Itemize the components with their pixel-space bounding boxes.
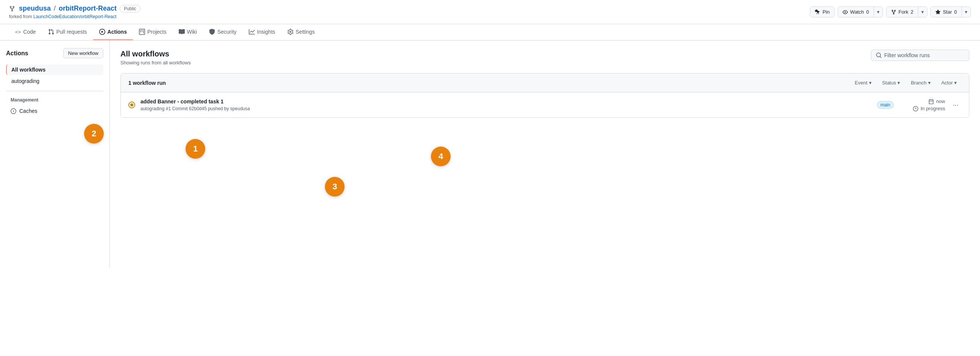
star-button[interactable]: Star 0: [931, 7, 961, 17]
chevron-icon: ▾: [897, 80, 900, 86]
wiki-icon: [179, 29, 185, 35]
nav-tabs: <> Code Pull requests Actions Projects W…: [0, 24, 980, 41]
annotation-1: 1: [186, 139, 205, 159]
fork-button[interactable]: Fork 2: [886, 7, 918, 17]
run-time: now In progress: [900, 99, 945, 111]
run-more-button[interactable]: ···: [950, 100, 961, 111]
main-title: All workflows: [121, 49, 191, 58]
database-icon: [11, 108, 16, 114]
run-status-icon: [128, 102, 135, 108]
top-bar: speudusa / orbitReport-React Public fork…: [0, 0, 980, 24]
sidebar-item-caches[interactable]: Caches: [6, 106, 103, 116]
commit-text: Commit 62b0d45 pushed by speudusa: [172, 106, 250, 111]
watch-button[interactable]: Watch 0: [838, 7, 873, 17]
public-badge: Public: [120, 5, 140, 13]
repo-name[interactable]: orbitReport-React: [59, 5, 117, 13]
fork-group: Fork 2 ▾: [886, 6, 928, 17]
projects-icon: [139, 29, 145, 35]
runs-count: 1 workflow run: [128, 80, 166, 86]
run-time-now: now: [929, 99, 945, 104]
tab-actions[interactable]: Actions: [93, 24, 133, 40]
main-header: All workflows Showing runs from all work…: [121, 49, 969, 65]
repo-title: speudusa / orbitReport-React Public: [9, 5, 140, 13]
watch-dropdown[interactable]: ▾: [873, 7, 883, 17]
workflow-name: autograding: [140, 106, 164, 111]
table-row: added Banner - completed task 1 autograd…: [121, 92, 969, 118]
repo-org[interactable]: speudusa: [19, 5, 51, 13]
security-icon: [209, 29, 215, 35]
run-meta: autograding #1 Commit 62b0d45 pushed by …: [140, 106, 871, 111]
actions-icon: [99, 29, 105, 35]
fork-dropdown[interactable]: ▾: [918, 7, 927, 17]
tab-insights[interactable]: Insights: [243, 24, 282, 40]
chevron-icon: ▾: [869, 80, 872, 86]
star-dropdown[interactable]: ▾: [961, 7, 970, 17]
repo-slash: /: [54, 5, 56, 13]
status-filter-button[interactable]: Status ▾: [878, 78, 905, 87]
management-section-label: Management: [11, 97, 103, 103]
status-dot: [130, 103, 133, 106]
clock-icon: [913, 106, 918, 111]
tab-projects[interactable]: Projects: [133, 24, 173, 40]
filter-input[interactable]: [884, 52, 960, 58]
new-workflow-button[interactable]: New workflow: [63, 48, 103, 58]
repo-info: speudusa / orbitReport-React Public fork…: [9, 5, 140, 19]
chevron-icon: ▾: [954, 80, 957, 86]
tab-pull-requests[interactable]: Pull requests: [42, 24, 93, 40]
tab-wiki[interactable]: Wiki: [173, 24, 203, 40]
tab-settings[interactable]: Settings: [282, 24, 321, 40]
run-status-label: In progress: [921, 106, 945, 111]
pin-button[interactable]: Pin: [810, 7, 834, 17]
filter-input-wrapper: [871, 49, 969, 61]
sidebar: Actions New workflow All workflows autog…: [0, 41, 110, 268]
search-icon: [876, 52, 882, 58]
runs-table: 1 workflow run Event ▾ Status ▾ Branch ▾: [121, 73, 969, 118]
tab-code[interactable]: <> Code: [9, 24, 42, 40]
run-time-label: now: [936, 99, 945, 104]
autograding-label: autograding: [11, 78, 40, 84]
runs-filters: Event ▾ Status ▾ Branch ▾ Actor ▾: [850, 78, 961, 87]
layout: Actions New workflow All workflows autog…: [0, 41, 980, 268]
run-status-row: In progress: [913, 106, 945, 111]
runs-header: 1 workflow run Event ▾ Status ▾ Branch ▾: [121, 73, 969, 92]
status-circle: [128, 102, 135, 108]
event-filter-button[interactable]: Event ▾: [850, 78, 876, 87]
sidebar-header: Actions New workflow: [6, 48, 103, 58]
annotation-3: 3: [325, 177, 345, 197]
fork-source: forked from LaunchCodeEducation/orbitRep…: [9, 14, 140, 19]
actor-filter-button[interactable]: Actor ▾: [937, 78, 961, 87]
run-info: added Banner - completed task 1 autograd…: [140, 99, 871, 111]
all-workflows-label: All workflows: [11, 67, 45, 73]
sidebar-title: Actions: [6, 50, 29, 57]
main-subtitle: Showing runs from all workflows: [121, 60, 191, 65]
code-icon: <>: [15, 29, 21, 35]
annotation-4: 4: [431, 146, 450, 166]
main-title-group: All workflows Showing runs from all work…: [121, 49, 191, 65]
pin-group: Pin: [810, 6, 835, 17]
watch-group: Watch 0 ▾: [838, 6, 883, 17]
settings-icon: [287, 29, 293, 35]
top-actions: Pin Watch 0 ▾ Fork 2 ▾ Star: [810, 6, 971, 17]
pull-requests-icon: [48, 29, 54, 35]
fork-source-link[interactable]: LaunchCodeEducation/orbitReport-React: [33, 14, 116, 19]
main-content: All workflows Showing runs from all work…: [110, 41, 980, 268]
caches-label: Caches: [19, 108, 37, 114]
run-number: #1: [166, 106, 171, 111]
tab-security[interactable]: Security: [203, 24, 243, 40]
insights-icon: [249, 29, 255, 35]
sidebar-divider: [6, 91, 103, 91]
branch-filter-button[interactable]: Branch ▾: [906, 78, 935, 87]
star-group: Star 0 ▾: [931, 6, 971, 17]
run-title[interactable]: added Banner - completed task 1: [140, 99, 871, 105]
chevron-icon: ▾: [928, 80, 931, 86]
calendar-icon: [929, 99, 934, 104]
sidebar-item-autograding[interactable]: autograding: [6, 76, 103, 86]
branch-badge[interactable]: main: [877, 101, 894, 109]
sidebar-item-all-workflows[interactable]: All workflows: [6, 64, 103, 75]
